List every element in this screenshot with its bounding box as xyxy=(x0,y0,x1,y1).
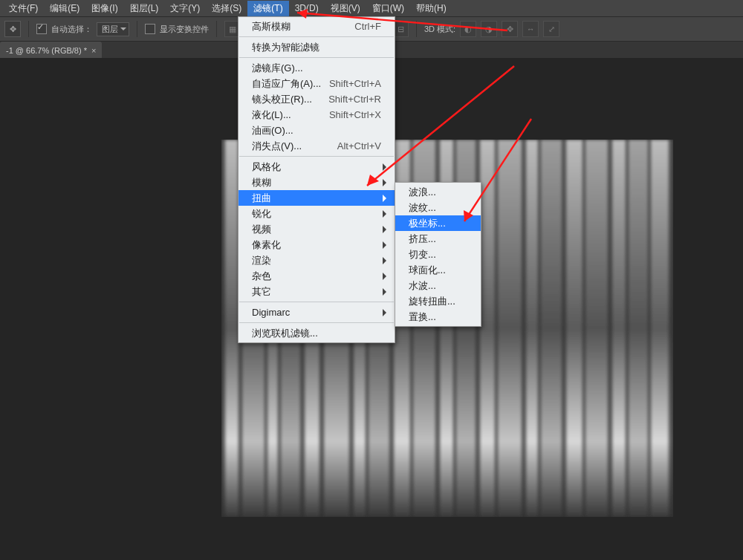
svg-rect-14 xyxy=(480,140,495,517)
svg-rect-2 xyxy=(225,140,239,517)
menu-item-风格化[interactable]: 风格化 xyxy=(239,159,395,175)
menu-item-镜头校正(R)...[interactable]: 镜头校正(R)...Shift+Ctrl+R xyxy=(239,91,395,107)
show-transform-checkbox[interactable] xyxy=(145,24,155,34)
svg-rect-22 xyxy=(651,140,669,517)
menu-3D(D)[interactable]: 3D(D) xyxy=(289,1,325,15)
move-tool-icon[interactable]: ✥ xyxy=(4,21,21,37)
svg-rect-18 xyxy=(566,140,583,517)
menu-帮助(H)[interactable]: 帮助(H) xyxy=(410,1,452,16)
menu-item-其它[interactable]: 其它 xyxy=(239,284,395,299)
3d-pan-icon[interactable]: ✥ xyxy=(502,21,518,37)
svg-rect-16 xyxy=(526,140,538,517)
menu-item-液化(L)...[interactable]: 液化(L)...Shift+Ctrl+X xyxy=(239,107,395,123)
auto-select-label: 自动选择： xyxy=(51,24,92,35)
menu-item-渲染[interactable]: 渲染 xyxy=(239,253,395,268)
menu-item-滤镜库(G)...[interactable]: 滤镜库(G)... xyxy=(239,60,395,76)
menu-图层(L)[interactable]: 图层(L) xyxy=(124,1,165,16)
menu-item-Digimarc[interactable]: Digimarc xyxy=(239,305,395,320)
close-icon[interactable]: × xyxy=(91,46,96,55)
svg-rect-15 xyxy=(498,140,522,517)
menu-item-置换...[interactable]: 置换... xyxy=(395,309,481,325)
menu-item-高斯模糊[interactable]: 高斯模糊Ctrl+F xyxy=(239,19,395,34)
filter-menu[interactable]: 高斯模糊Ctrl+F转换为智能滤镜滤镜库(G)...自适应广角(A)...Shi… xyxy=(238,16,395,343)
menu-item-模糊[interactable]: 模糊 xyxy=(239,175,395,190)
menu-bar: 文件(F)编辑(E)图像(I)图层(L)文字(Y)选择(S)滤镜(T)3D(D)… xyxy=(0,0,743,17)
menu-item-旋转扭曲...[interactable]: 旋转扭曲... xyxy=(395,293,481,309)
menu-item-切变...[interactable]: 切变... xyxy=(395,247,481,262)
3d-orbit-icon[interactable]: ◐ xyxy=(460,21,476,37)
svg-rect-17 xyxy=(541,140,562,517)
menu-滤镜(T)[interactable]: 滤镜(T) xyxy=(247,1,288,16)
document-tab-title: -1 @ 66.7% (RGB/8) * xyxy=(6,46,87,55)
menu-文件(F)[interactable]: 文件(F) xyxy=(3,1,44,16)
menu-item-极坐标...[interactable]: 极坐标... xyxy=(395,215,481,231)
menu-item-视频[interactable]: 视频 xyxy=(239,221,395,237)
3d-mode-label: 3D 模式: xyxy=(424,24,455,35)
menu-视图(V)[interactable]: 视图(V) xyxy=(325,1,366,16)
3d-scale-icon[interactable]: ⤢ xyxy=(543,21,559,37)
menu-item-油画(O)...[interactable]: 油画(O)... xyxy=(239,123,395,138)
distort-submenu[interactable]: 波浪...波纹...极坐标...挤压...切变...球面化...水波...旋转扭… xyxy=(395,182,481,327)
auto-select-dropdown[interactable]: 图层 xyxy=(97,22,129,36)
menu-编辑(E)[interactable]: 编辑(E) xyxy=(44,1,85,16)
svg-rect-21 xyxy=(629,140,648,517)
menu-窗口(W)[interactable]: 窗口(W) xyxy=(366,1,410,16)
menu-文字(Y)[interactable]: 文字(Y) xyxy=(164,1,206,16)
menu-item-锐化[interactable]: 锐化 xyxy=(239,206,395,221)
menu-item-球面化...[interactable]: 球面化... xyxy=(395,262,481,278)
menu-item-浏览联机滤镜...[interactable]: 浏览联机滤镜... xyxy=(239,325,395,341)
menu-item-像素化[interactable]: 像素化 xyxy=(239,237,395,253)
menu-图像(I)[interactable]: 图像(I) xyxy=(85,1,123,16)
menu-item-波浪...[interactable]: 波浪... xyxy=(395,184,481,200)
menu-item-波纹...[interactable]: 波纹... xyxy=(395,200,481,215)
show-transform-label: 显示变换控件 xyxy=(160,24,209,35)
auto-select-checkbox[interactable] xyxy=(36,24,47,34)
menu-item-自适应广角(A)...[interactable]: 自适应广角(A)...Shift+Ctrl+A xyxy=(239,76,395,91)
3d-slide-icon[interactable]: ↔ xyxy=(522,21,539,37)
menu-选择(S)[interactable]: 选择(S) xyxy=(206,1,247,16)
svg-rect-19 xyxy=(585,140,608,517)
menu-item-消失点(V)...[interactable]: 消失点(V)...Alt+Ctrl+V xyxy=(239,138,395,154)
menu-item-扭曲[interactable]: 扭曲 xyxy=(239,190,395,206)
menu-item-挤压...[interactable]: 挤压... xyxy=(395,231,481,247)
svg-rect-20 xyxy=(612,140,626,517)
3d-roll-icon[interactable]: ◑ xyxy=(481,21,497,37)
document-tab[interactable]: -1 @ 66.7% (RGB/8) * × xyxy=(0,42,102,59)
menu-item-转换为智能滤镜[interactable]: 转换为智能滤镜 xyxy=(239,39,395,55)
menu-item-水波...[interactable]: 水波... xyxy=(395,278,481,293)
menu-item-杂色[interactable]: 杂色 xyxy=(239,268,395,284)
